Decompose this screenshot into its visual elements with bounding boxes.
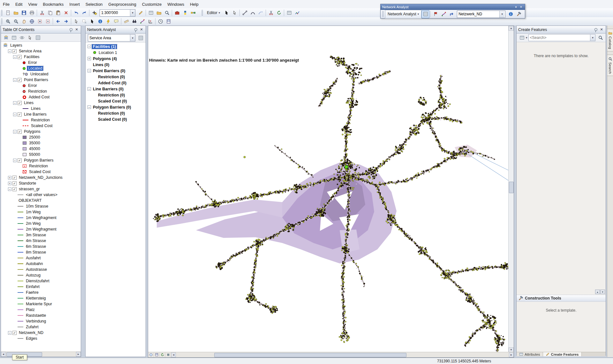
toc-row-platz[interactable]: Platz [1, 307, 81, 313]
na-row-added-cost-0-[interactable]: Added Cost (0) [86, 80, 146, 86]
tree-expander-icon[interactable]: − [87, 87, 91, 91]
menu-customize[interactable]: Customize [139, 1, 164, 8]
tree-expander-icon[interactable]: + [8, 182, 11, 185]
toc-row-line-barriers[interactable]: −✓Line Barriers [1, 111, 81, 117]
layer-symbol[interactable] [18, 206, 23, 207]
layer-symbol[interactable] [18, 252, 23, 253]
pause-drawing-button[interactable] [165, 353, 171, 357]
toc-row-polygons[interactable]: −✓Polygons [1, 129, 81, 134]
toc-row-einfahrt[interactable]: Einfahrt [1, 284, 81, 290]
network-dataset-combo[interactable]: ▾ [457, 11, 505, 18]
toolbar-options-arrow[interactable]: ▾ [514, 5, 518, 9]
copy-button[interactable] [46, 9, 54, 17]
undo-button[interactable] [72, 9, 80, 17]
layer-symbol[interactable] [23, 147, 26, 150]
time-slider-button[interactable] [156, 18, 164, 26]
attributes-window-button[interactable] [285, 9, 293, 17]
organize-templates-button[interactable] [518, 34, 526, 42]
layer-symbol[interactable] [18, 246, 23, 247]
layer-symbol[interactable] [18, 292, 23, 293]
layer-symbol[interactable] [23, 136, 26, 139]
toc-row-point-barriers[interactable]: −✓Point Barriers [1, 77, 81, 83]
layer-symbol[interactable] [18, 304, 23, 304]
map-scale-combo[interactable]: ▾ [100, 9, 135, 17]
map-canvas[interactable] [148, 26, 509, 352]
fixed-zoom-out-button[interactable] [44, 18, 52, 26]
map-scale-input[interactable] [100, 11, 130, 15]
layer-visibility-checkbox[interactable]: ✓ [12, 187, 17, 191]
toc-row-45000[interactable]: 45000 [1, 146, 81, 152]
layer-symbol[interactable] [18, 298, 23, 299]
na-row-line-barriers-0-[interactable]: −Line Barriers (0) [86, 86, 146, 92]
toc-row-3m-strasse[interactable]: 3m Strasse [1, 232, 81, 238]
split-tool[interactable] [267, 9, 275, 17]
catalog-window-button[interactable] [155, 9, 163, 17]
tab-catalog[interactable]: Catalog [607, 29, 613, 51]
layer-visibility-checkbox[interactable]: ✓ [18, 112, 22, 117]
scrollbar-thumb[interactable] [509, 182, 514, 193]
chevron-down-icon[interactable]: ▾ [526, 36, 527, 39]
measure-tool[interactable] [122, 18, 130, 26]
network-analyst-window-toggle[interactable] [421, 10, 429, 18]
menu-file[interactable]: File [0, 1, 12, 8]
create-viewer-window-tool[interactable] [164, 18, 172, 26]
layer-symbol[interactable] [18, 235, 23, 235]
layer-symbol[interactable] [18, 327, 23, 327]
forward-extent-button[interactable] [62, 18, 70, 26]
editor-menu-button[interactable]: Editor ▾ [204, 9, 223, 16]
layer-symbol[interactable] [23, 108, 28, 109]
menu-view[interactable]: View [25, 1, 40, 8]
select-elements-tool[interactable] [88, 18, 96, 26]
dataset-dropdown-arrow[interactable]: ▾ [499, 11, 504, 18]
pan-tool[interactable] [20, 18, 28, 26]
scroll-right-arrow[interactable]: ► [76, 352, 81, 357]
toc-row-55000[interactable]: 55000 [1, 152, 81, 157]
toc-row-raststaette[interactable]: Raststaette [1, 313, 81, 318]
tab-search[interactable]: Search [607, 55, 613, 76]
na-row-location-1[interactable]: Location 1 [86, 49, 146, 56]
layer-symbol[interactable] [93, 51, 96, 54]
toc-row-edges[interactable]: Edges [1, 336, 81, 341]
find-button[interactable] [130, 18, 138, 26]
layer-symbol[interactable] [18, 240, 23, 241]
full-extent-button[interactable] [28, 18, 36, 26]
na-row-scaled-cost-0-[interactable]: Scaled Cost (0) [86, 98, 146, 104]
toc-row-scaled-cost[interactable]: Scaled Cost [1, 123, 81, 129]
list-by-selection-button[interactable] [26, 34, 34, 42]
layer-visibility-checkbox[interactable]: ✓ [12, 176, 17, 180]
new-map-file-button[interactable] [4, 9, 12, 17]
layer-symbol[interactable] [18, 194, 23, 195]
layer-symbol[interactable] [18, 275, 23, 276]
endpoint-arc-tool[interactable] [249, 9, 257, 17]
toc-row-zufahrt[interactable]: Zufahrt [1, 324, 81, 330]
na-row-restriction-0-[interactable]: Restriction (0) [86, 110, 146, 116]
pin-icon[interactable] [593, 27, 598, 32]
na-row-scaled-cost-0-[interactable]: Scaled Cost (0) [86, 116, 146, 122]
toc-row-netzwerk-nd[interactable]: −✓Netzwerk_ND [1, 330, 81, 336]
na-row-restriction-0-[interactable]: Restriction (0) [86, 74, 146, 80]
hyperlink-tool[interactable] [104, 18, 112, 26]
toc-row-lines[interactable]: Lines [1, 106, 81, 111]
tree-expander-icon[interactable]: − [87, 45, 91, 48]
layer-visibility-checkbox[interactable]: ✓ [12, 181, 17, 186]
redo-button[interactable] [80, 9, 88, 17]
back-extent-button[interactable] [54, 18, 62, 26]
toc-row-error[interactable]: Error [1, 60, 81, 65]
layer-symbol[interactable] [18, 263, 23, 264]
data-view-button[interactable] [148, 353, 154, 357]
close-icon[interactable]: ✕ [139, 27, 144, 32]
toc-row-objektart[interactable]: OBJEKTART [1, 198, 81, 203]
toc-row-10m-strasse[interactable]: 10m Strasse [1, 203, 81, 209]
toolbar-grip[interactable] [1, 10, 3, 16]
save-button[interactable] [20, 9, 28, 17]
menu-help[interactable]: Help [187, 1, 201, 8]
map-vertical-scrollbar[interactable]: ▲ ▼ [508, 26, 514, 352]
close-icon[interactable]: ✕ [599, 27, 604, 32]
layer-symbol[interactable] [23, 170, 26, 173]
tree-expander-icon[interactable]: − [13, 101, 17, 105]
toc-row-4m-strasse[interactable]: 4m Strasse [1, 238, 81, 244]
tab-create-features[interactable]: Create Features [543, 352, 582, 356]
tree-expander-icon[interactable]: − [13, 78, 17, 82]
layer-symbol[interactable] [18, 315, 23, 316]
layer-symbol[interactable]: × [23, 90, 26, 93]
